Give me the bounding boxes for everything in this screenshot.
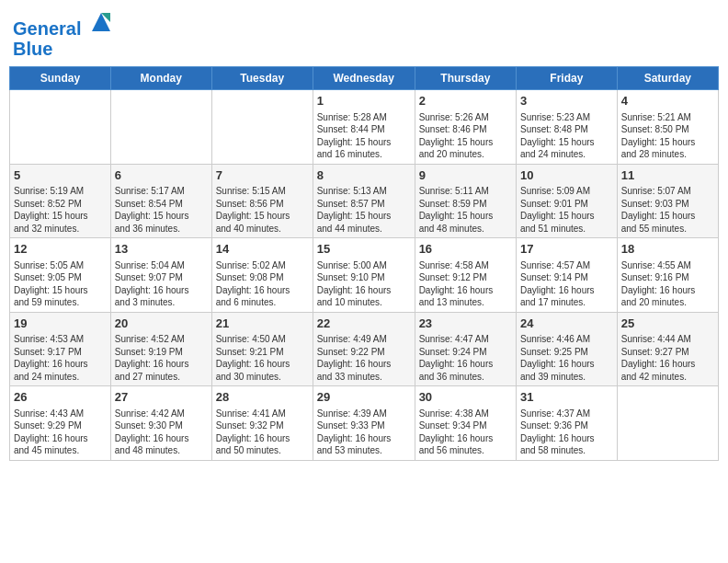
day-cell: 17Sunrise: 4:57 AM Sunset: 9:14 PM Dayli… <box>516 238 617 313</box>
calendar-table: SundayMondayTuesdayWednesdayThursdayFrid… <box>9 66 719 461</box>
week-row-2: 5Sunrise: 5:19 AM Sunset: 8:52 PM Daylig… <box>10 164 719 238</box>
day-content: Sunrise: 5:11 AM Sunset: 8:59 PM Dayligh… <box>419 185 512 235</box>
day-cell <box>10 90 111 165</box>
day-content: Sunrise: 4:39 AM Sunset: 9:33 PM Dayligh… <box>317 408 411 457</box>
day-cell: 4Sunrise: 5:21 AM Sunset: 8:50 PM Daylig… <box>617 90 718 165</box>
day-cell: 30Sunrise: 4:38 AM Sunset: 9:34 PM Dayli… <box>415 386 516 461</box>
day-number: 28 <box>216 389 309 406</box>
day-number: 1 <box>317 93 411 109</box>
weekday-friday: Friday <box>516 67 617 90</box>
day-number: 29 <box>317 389 411 406</box>
day-content: Sunrise: 4:58 AM Sunset: 9:12 PM Dayligh… <box>419 259 512 309</box>
day-number: 15 <box>317 241 411 258</box>
day-content: Sunrise: 5:04 AM Sunset: 9:07 PM Dayligh… <box>115 259 208 309</box>
day-content: Sunrise: 4:38 AM Sunset: 9:34 PM Dayligh… <box>419 408 512 457</box>
day-cell: 1Sunrise: 5:28 AM Sunset: 8:44 PM Daylig… <box>313 90 415 165</box>
day-content: Sunrise: 4:41 AM Sunset: 9:32 PM Dayligh… <box>216 408 309 457</box>
day-number: 30 <box>419 389 512 406</box>
day-content: Sunrise: 4:47 AM Sunset: 9:24 PM Dayligh… <box>419 333 512 383</box>
day-content: Sunrise: 4:46 AM Sunset: 9:25 PM Dayligh… <box>520 333 613 383</box>
day-cell: 20Sunrise: 4:52 AM Sunset: 9:19 PM Dayli… <box>110 312 211 386</box>
day-cell: 22Sunrise: 4:49 AM Sunset: 9:22 PM Dayli… <box>313 312 415 386</box>
calendar-header: SundayMondayTuesdayWednesdayThursdayFrid… <box>10 67 719 90</box>
weekday-monday: Monday <box>110 67 211 90</box>
day-content: Sunrise: 5:15 AM Sunset: 8:56 PM Dayligh… <box>216 185 309 235</box>
day-cell: 15Sunrise: 5:00 AM Sunset: 9:10 PM Dayli… <box>313 238 415 313</box>
day-content: Sunrise: 5:07 AM Sunset: 9:03 PM Dayligh… <box>621 185 714 235</box>
day-content: Sunrise: 5:23 AM Sunset: 8:48 PM Dayligh… <box>520 111 613 161</box>
day-number: 17 <box>520 241 613 258</box>
day-content: Sunrise: 4:55 AM Sunset: 9:16 PM Dayligh… <box>621 259 714 309</box>
day-content: Sunrise: 5:19 AM Sunset: 8:52 PM Dayligh… <box>14 185 107 235</box>
day-number: 21 <box>216 316 309 332</box>
day-number: 26 <box>14 389 107 406</box>
day-cell: 28Sunrise: 4:41 AM Sunset: 9:32 PM Dayli… <box>211 386 313 461</box>
day-number: 3 <box>520 93 613 109</box>
week-row-1: 1Sunrise: 5:28 AM Sunset: 8:44 PM Daylig… <box>10 90 719 165</box>
day-content: Sunrise: 4:43 AM Sunset: 9:29 PM Dayligh… <box>14 408 107 457</box>
day-number: 20 <box>115 316 208 332</box>
logo-general: General <box>13 18 81 39</box>
day-number: 6 <box>115 167 208 184</box>
day-cell: 3Sunrise: 5:23 AM Sunset: 8:48 PM Daylig… <box>516 90 617 165</box>
day-number: 4 <box>621 93 714 109</box>
week-row-3: 12Sunrise: 5:05 AM Sunset: 9:05 PM Dayli… <box>10 238 719 313</box>
logo-icon <box>88 9 114 35</box>
day-content: Sunrise: 4:42 AM Sunset: 9:30 PM Dayligh… <box>115 408 208 457</box>
day-number: 19 <box>14 316 107 332</box>
day-cell: 21Sunrise: 4:50 AM Sunset: 9:21 PM Dayli… <box>211 312 313 386</box>
weekday-wednesday: Wednesday <box>313 67 415 90</box>
day-number: 25 <box>621 316 714 332</box>
day-cell: 23Sunrise: 4:47 AM Sunset: 9:24 PM Dayli… <box>415 312 516 386</box>
day-content: Sunrise: 5:21 AM Sunset: 8:50 PM Dayligh… <box>621 111 714 161</box>
day-number: 31 <box>520 389 613 406</box>
day-cell: 19Sunrise: 4:53 AM Sunset: 9:17 PM Dayli… <box>10 312 111 386</box>
day-cell <box>110 90 211 165</box>
day-cell: 25Sunrise: 4:44 AM Sunset: 9:27 PM Dayli… <box>617 312 718 386</box>
day-cell: 5Sunrise: 5:19 AM Sunset: 8:52 PM Daylig… <box>10 164 111 238</box>
weekday-header-row: SundayMondayTuesdayWednesdayThursdayFrid… <box>10 67 719 90</box>
day-number: 13 <box>115 241 208 258</box>
day-content: Sunrise: 5:00 AM Sunset: 9:10 PM Dayligh… <box>317 259 411 309</box>
day-cell: 26Sunrise: 4:43 AM Sunset: 9:29 PM Dayli… <box>10 386 111 461</box>
day-content: Sunrise: 4:50 AM Sunset: 9:21 PM Dayligh… <box>216 333 309 383</box>
day-content: Sunrise: 5:05 AM Sunset: 9:05 PM Dayligh… <box>14 259 107 309</box>
weekday-thursday: Thursday <box>415 67 516 90</box>
day-number: 2 <box>419 93 512 109</box>
day-cell: 29Sunrise: 4:39 AM Sunset: 9:33 PM Dayli… <box>313 386 415 461</box>
day-cell: 6Sunrise: 5:17 AM Sunset: 8:54 PM Daylig… <box>110 164 211 238</box>
day-content: Sunrise: 4:57 AM Sunset: 9:14 PM Dayligh… <box>520 259 613 309</box>
day-cell: 11Sunrise: 5:07 AM Sunset: 9:03 PM Dayli… <box>617 164 718 238</box>
day-content: Sunrise: 4:52 AM Sunset: 9:19 PM Dayligh… <box>115 333 208 383</box>
day-cell: 31Sunrise: 4:37 AM Sunset: 9:36 PM Dayli… <box>516 386 617 461</box>
week-row-5: 26Sunrise: 4:43 AM Sunset: 9:29 PM Dayli… <box>10 386 719 461</box>
day-number: 8 <box>317 167 411 184</box>
day-cell <box>211 90 313 165</box>
day-content: Sunrise: 5:13 AM Sunset: 8:57 PM Dayligh… <box>317 185 411 235</box>
day-number: 27 <box>115 389 208 406</box>
day-content: Sunrise: 4:49 AM Sunset: 9:22 PM Dayligh… <box>317 333 411 383</box>
page-header: General Blue <box>9 9 719 59</box>
day-content: Sunrise: 5:28 AM Sunset: 8:44 PM Dayligh… <box>317 111 411 161</box>
day-cell: 8Sunrise: 5:13 AM Sunset: 8:57 PM Daylig… <box>313 164 415 238</box>
day-cell <box>617 386 718 461</box>
day-cell: 18Sunrise: 4:55 AM Sunset: 9:16 PM Dayli… <box>617 238 718 313</box>
day-content: Sunrise: 4:44 AM Sunset: 9:27 PM Dayligh… <box>621 333 714 383</box>
day-number: 14 <box>216 241 309 258</box>
day-cell: 7Sunrise: 5:15 AM Sunset: 8:56 PM Daylig… <box>211 164 313 238</box>
day-number: 9 <box>419 167 512 184</box>
day-cell: 13Sunrise: 5:04 AM Sunset: 9:07 PM Dayli… <box>110 238 211 313</box>
day-cell: 27Sunrise: 4:42 AM Sunset: 9:30 PM Dayli… <box>110 386 211 461</box>
calendar-body: 1Sunrise: 5:28 AM Sunset: 8:44 PM Daylig… <box>10 90 719 461</box>
logo: General Blue <box>13 9 114 59</box>
day-cell: 14Sunrise: 5:02 AM Sunset: 9:08 PM Dayli… <box>211 238 313 313</box>
week-row-4: 19Sunrise: 4:53 AM Sunset: 9:17 PM Dayli… <box>10 312 719 386</box>
weekday-saturday: Saturday <box>617 67 718 90</box>
day-content: Sunrise: 4:53 AM Sunset: 9:17 PM Dayligh… <box>14 333 107 383</box>
day-number: 24 <box>520 316 613 332</box>
day-number: 16 <box>419 241 512 258</box>
day-content: Sunrise: 5:17 AM Sunset: 8:54 PM Dayligh… <box>115 185 208 235</box>
day-cell: 10Sunrise: 5:09 AM Sunset: 9:01 PM Dayli… <box>516 164 617 238</box>
day-number: 11 <box>621 167 714 184</box>
day-number: 10 <box>520 167 613 184</box>
